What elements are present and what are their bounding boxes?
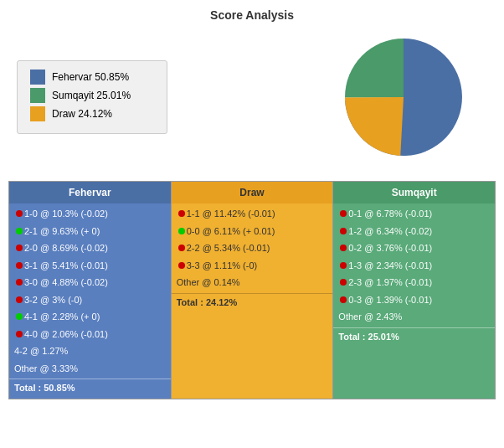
table-row: Other @ 2.43% [333, 308, 495, 326]
table-row: 1-3 @ 2.34% (-0.01) [333, 257, 495, 275]
cell-text: 3-0 @ 4.88% (-0.02) [24, 275, 108, 290]
legend-item-draw: Draw 24.12% [30, 106, 154, 121]
down-arrow-icon [16, 210, 23, 217]
table-row: 4-1 @ 2.28% (+ 0) [9, 308, 171, 326]
table-row: 1-0 @ 10.3% (-0.02) [9, 205, 171, 223]
table-row: 3-2 @ 3% (-0) [9, 291, 171, 309]
down-arrow-icon [340, 210, 347, 217]
cell-text: Other @ 0.14% [177, 275, 240, 290]
table-row: 2-1 @ 9.63% (+ 0) [9, 223, 171, 240]
cell-text: 1-1 @ 11.42% (-0.01) [187, 207, 275, 221]
table-row: 1-2 @ 6.34% (-0.02) [333, 223, 495, 240]
down-arrow-icon [16, 245, 23, 251]
cell-text: 4-1 @ 2.28% (+ 0) [24, 310, 100, 324]
legend-color-sumqayit [30, 88, 45, 103]
table-row: 3-0 @ 4.88% (-0.02) [9, 274, 171, 291]
table-row: Other @ 0.14% [172, 274, 333, 291]
total-row: Total : 50.85% [9, 378, 171, 397]
cell-text: 2-1 @ 9.63% (+ 0) [24, 224, 100, 239]
down-arrow-icon [178, 210, 185, 217]
down-arrow-icon [178, 262, 185, 269]
header-draw: Draw [172, 182, 334, 203]
column-sumqayit: 0-1 @ 6.78% (-0.01)1-2 @ 6.34% (-0.02)0-… [333, 203, 495, 399]
cell-text: 0-1 @ 6.78% (-0.01) [348, 207, 432, 221]
cell-text: 0-3 @ 1.39% (-0.01) [348, 293, 432, 307]
table-body: 1-0 @ 10.3% (-0.02)2-1 @ 9.63% (+ 0)2-0 … [9, 203, 495, 399]
table-row: 4-2 @ 1.27% [9, 342, 171, 360]
legend-color-draw [30, 106, 45, 121]
total-text: Total : 25.01% [338, 330, 399, 344]
up-arrow-icon [178, 228, 185, 234]
cell-text: 2-2 @ 5.34% (-0.01) [187, 241, 270, 255]
down-arrow-icon [16, 296, 23, 303]
cell-text: Other @ 3.33% [14, 362, 78, 376]
legend-label-fehervar: Fehervar 50.85% [52, 71, 129, 83]
cell-text: 0-2 @ 3.76% (-0.01) [348, 241, 432, 255]
down-arrow-icon [340, 262, 347, 269]
table-row: 2-3 @ 1.97% (-0.01) [333, 274, 495, 291]
cell-text: 3-1 @ 5.41% (-0.01) [24, 259, 108, 273]
header-sumqayit: Sumqayit [333, 182, 495, 203]
down-arrow-icon [340, 296, 347, 303]
cell-text: 1-2 @ 6.34% (-0.02) [348, 224, 432, 239]
cell-text: 1-0 @ 10.3% (-0.02) [24, 207, 108, 221]
table-row: Other @ 3.33% [9, 360, 171, 378]
cell-text: 2-3 @ 1.97% (-0.01) [348, 275, 432, 290]
total-text: Total : 50.85% [14, 381, 75, 395]
table-header: Fehervar Draw Sumqayit [9, 182, 495, 203]
down-arrow-icon [16, 262, 23, 269]
down-arrow-icon [16, 279, 23, 286]
down-arrow-icon [340, 228, 347, 234]
cell-text: 4-2 @ 1.27% [14, 344, 68, 358]
table-row: 3-3 @ 1.11% (-0) [172, 257, 333, 275]
total-text: Total : 24.12% [177, 296, 238, 310]
table-row: 2-0 @ 8.69% (-0.02) [9, 239, 171, 257]
down-arrow-icon [16, 331, 23, 337]
table-row: 4-0 @ 2.06% (-0.01) [9, 326, 171, 343]
total-row: Total : 25.01% [333, 327, 495, 346]
page-title: Score Analysis [8, 8, 496, 22]
cell-text: 1-3 @ 2.34% (-0.01) [348, 259, 432, 273]
cell-text: 3-3 @ 1.11% (-0) [187, 259, 258, 273]
down-arrow-icon [340, 279, 347, 286]
legend: Fehervar 50.85% Sumqayit 25.01% Draw 24.… [17, 60, 167, 134]
table-row: 0-3 @ 1.39% (-0.01) [333, 291, 495, 309]
column-draw: 1-1 @ 11.42% (-0.01)0-0 @ 6.11% (+ 0.01)… [172, 203, 334, 399]
total-row: Total : 24.12% [172, 293, 333, 312]
table-row: 2-2 @ 5.34% (-0.01) [172, 239, 333, 257]
up-arrow-icon [16, 228, 23, 234]
table-row: 0-1 @ 6.78% (-0.01) [333, 205, 495, 223]
legend-item-sumqayit: Sumqayit 25.01% [30, 88, 154, 103]
column-fehervar: 1-0 @ 10.3% (-0.02)2-1 @ 9.63% (+ 0)2-0 … [9, 203, 172, 399]
score-table: Fehervar Draw Sumqayit 1-0 @ 10.3% (-0.0… [8, 181, 496, 399]
up-arrow-icon [16, 313, 23, 320]
legend-label-draw: Draw 24.12% [52, 108, 112, 120]
cell-text: 2-0 @ 8.69% (-0.02) [24, 241, 108, 255]
top-section: Fehervar 50.85% Sumqayit 25.01% Draw 24.… [8, 30, 496, 164]
cell-text: Other @ 2.43% [338, 310, 402, 324]
header-fehervar: Fehervar [9, 182, 172, 203]
table-row: 3-1 @ 5.41% (-0.01) [9, 257, 171, 275]
cell-text: 4-0 @ 2.06% (-0.01) [24, 327, 108, 342]
pie-chart [320, 30, 487, 164]
legend-color-fehervar [30, 70, 45, 85]
table-row: 0-2 @ 3.76% (-0.01) [333, 239, 495, 257]
down-arrow-icon [178, 245, 185, 251]
legend-item-fehervar: Fehervar 50.85% [30, 70, 154, 85]
cell-text: 0-0 @ 6.11% (+ 0.01) [187, 224, 275, 239]
legend-label-sumqayit: Sumqayit 25.01% [52, 90, 131, 101]
down-arrow-icon [340, 245, 347, 251]
table-row: 1-1 @ 11.42% (-0.01) [172, 205, 333, 223]
cell-text: 3-2 @ 3% (-0) [24, 293, 82, 307]
table-row: 0-0 @ 6.11% (+ 0.01) [172, 223, 333, 240]
